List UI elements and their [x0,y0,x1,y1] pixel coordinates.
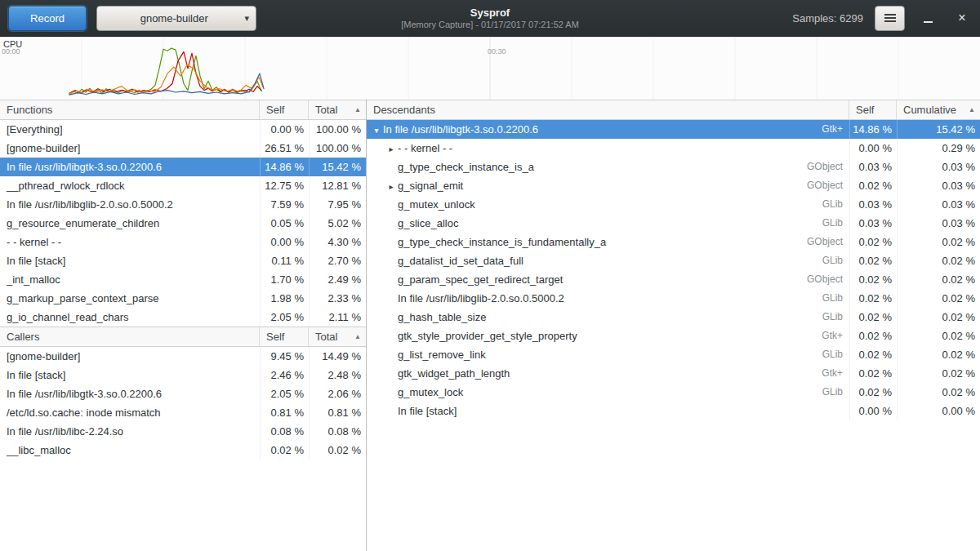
table-row[interactable]: In file [stack]0.11 %2.70 % [0,251,366,270]
table-row[interactable]: In file [stack]0.00 %0.00 % [367,402,980,420]
function-name: _int_malloc [0,270,260,289]
function-name-label: g_datalist_id_set_data_full [398,255,523,267]
cumulative-percent: 0.02 % [897,327,980,345]
column-header-descendants[interactable]: Descendants [367,100,849,119]
close-button[interactable]: × [951,7,973,29]
table-row[interactable]: g_resource_enumerate_children0.05 %5.02 … [0,214,366,233]
function-name: [gnome-builder] [0,139,260,158]
table-row[interactable]: g_mutex_unlockGLib0.03 %0.03 % [367,195,980,214]
column-header-self[interactable]: Self [849,100,897,119]
table-row[interactable]: g_mutex_lockGLib0.02 %0.02 % [367,383,980,402]
table-row[interactable]: In file [stack]2.46 %2.48 % [0,366,366,384]
table-row[interactable]: In file /usr/lib/libc-2.24.so0.08 %0.08 … [0,422,366,441]
library-tag: GLib [792,289,849,308]
expander-closed-icon[interactable]: ▸ [385,140,398,158]
function-name: In file [stack] [0,366,260,384]
table-row[interactable]: _int_malloc1.70 %2.49 % [0,270,366,289]
samples-count: Samples: 6299 [792,12,863,24]
column-label: Total [315,100,337,119]
self-percent: 2.46 % [260,366,309,384]
total-percent: 2.49 % [309,270,366,289]
process-selector-label: gnome-builder [109,12,239,24]
table-row[interactable]: g_datalist_id_set_data_fullGLib0.02 %0.0… [367,251,980,270]
table-row[interactable]: In file /usr/lib/libgtk-3.so.0.2200.614.… [0,158,366,176]
cpu-timeline[interactable]: CPU 00:00 00:30 [0,37,980,100]
self-percent: 1.98 % [260,289,309,308]
table-row[interactable]: ▸- - kernel - -0.00 %0.29 % [367,139,980,158]
table-row[interactable]: ▾In file /usr/lib/libgtk-3.so.0.2200.6Gt… [367,120,980,139]
functions-table-header: Functions Self Total ▲ [0,100,366,120]
self-percent: 0.00 % [260,233,309,251]
table-row[interactable]: g_slice_allocGLib0.03 %0.03 % [367,214,980,233]
function-name: gtk_widget_path_length [367,364,792,383]
headerbar-right: Samples: 6299 × [792,6,973,31]
table-row[interactable]: In file /usr/lib/libglib-2.0.so.0.5000.2… [0,195,366,214]
minimize-icon [924,21,933,23]
table-row[interactable]: [gnome-builder]9.45 %14.49 % [0,347,366,366]
function-name-label: g_param_spec_get_redirect_target [398,273,563,286]
table-row[interactable]: gtk_style_provider_get_style_propertyGtk… [367,327,980,345]
minimize-button[interactable] [916,7,939,29]
library-tag: GLib [792,345,849,364]
table-row[interactable]: [gnome-builder]26.51 %100.00 % [0,139,366,158]
column-label: Total [315,327,337,346]
cumulative-percent: 0.03 % [897,158,980,176]
process-selector-dropdown[interactable]: gnome-builder ▾ [96,6,256,31]
self-percent: 0.03 % [849,158,897,176]
function-name: In file [stack] [367,402,792,420]
expander-closed-icon[interactable]: ▸ [385,177,398,195]
self-percent: 0.00 % [260,120,309,139]
table-row[interactable]: - - kernel - -0.00 %4.30 % [0,233,366,251]
function-name: ▾In file /usr/lib/libgtk-3.so.0.2200.6 [367,120,792,139]
column-header-callers[interactable]: Callers [0,327,260,346]
function-name: __libc_malloc [0,441,260,460]
table-row[interactable]: __libc_malloc0.02 %0.02 % [0,441,366,460]
table-row[interactable]: gtk_widget_path_lengthGtk+0.02 %0.02 % [367,364,980,383]
column-header-functions[interactable]: Functions [0,100,260,119]
expander-open-icon[interactable]: ▾ [370,121,383,139]
total-percent: 7.95 % [309,195,366,214]
function-name-label: g_mutex_unlock [398,198,475,211]
table-row[interactable]: g_param_spec_get_redirect_targetGObject0… [367,270,980,289]
self-percent: 0.02 % [260,441,309,460]
total-percent: 100.00 % [309,139,366,158]
column-label: Callers [7,327,39,346]
self-percent: 0.00 % [849,139,897,158]
column-header-self[interactable]: Self [260,327,309,346]
sort-ascending-icon: ▲ [354,100,361,119]
self-percent: 0.11 % [260,251,309,270]
total-percent: 4.30 % [309,233,366,251]
hamburger-menu-button[interactable] [875,6,905,31]
table-row[interactable]: [Everything]0.00 %100.00 % [0,120,366,139]
table-row[interactable]: g_list_remove_linkGLib0.02 %0.02 % [367,345,980,364]
total-percent: 100.00 % [309,120,366,139]
table-row[interactable]: g_hash_table_sizeGLib0.02 %0.02 % [367,308,980,327]
table-row[interactable]: In file /usr/lib/libglib-2.0.so.0.5000.2… [367,289,980,308]
table-row[interactable]: __pthread_rwlock_rdlock12.75 %12.81 % [0,176,366,195]
function-name-label: g_type_check_instance_is_a [398,161,534,173]
cumulative-percent: 0.02 % [897,345,980,364]
library-tag: Gtk+ [792,120,849,139]
column-header-total[interactable]: Total ▲ [309,327,366,346]
table-row[interactable]: g_io_channel_read_chars2.05 %2.11 % [0,308,366,327]
table-row[interactable]: g_type_check_instance_is_aGObject0.03 %0… [367,158,980,176]
function-name-label: In file /usr/lib/libgtk-3.so.0.2200.6 [383,123,538,136]
column-header-self[interactable]: Self [260,100,309,119]
library-tag [792,139,849,158]
table-row[interactable]: /etc/ld.so.cache: inode mismatch0.81 %0.… [0,403,366,422]
column-header-total[interactable]: Total ▲ [309,100,366,119]
self-percent: 2.05 % [260,384,309,403]
cumulative-percent: 0.02 % [897,308,980,327]
table-row[interactable]: ▸g_signal_emitGObject0.02 %0.03 % [367,176,980,195]
self-percent: 0.02 % [849,233,897,251]
record-button[interactable]: Record [8,6,87,31]
total-percent: 0.02 % [309,441,366,460]
table-row[interactable]: g_markup_parse_context_parse1.98 %2.33 % [0,289,366,308]
cpu-usage-chart [0,37,980,100]
library-tag: GLib [792,383,849,402]
column-header-cumulative[interactable]: Cumulative ▲ [897,100,980,119]
total-percent: 2.70 % [309,251,366,270]
table-row[interactable]: g_type_check_instance_is_fundamentally_a… [367,233,980,251]
table-row[interactable]: In file /usr/lib/libgtk-3.so.0.2200.62.0… [0,384,366,403]
function-name: In file [stack] [0,251,260,270]
